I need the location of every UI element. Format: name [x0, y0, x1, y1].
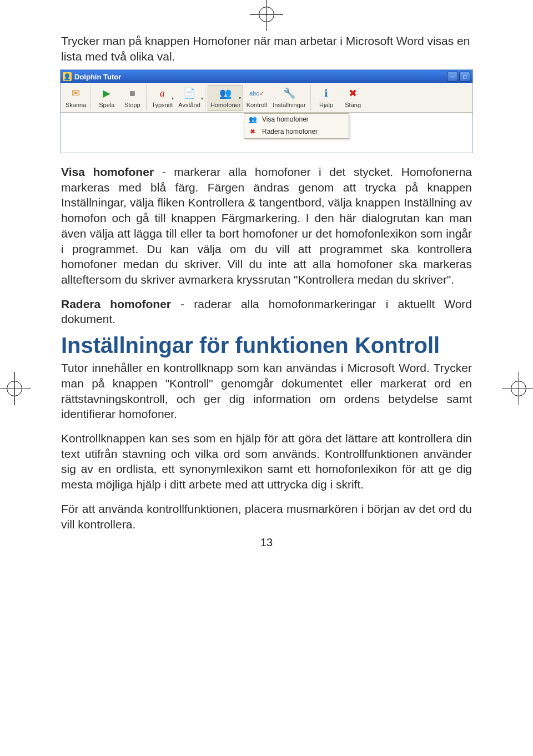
toolbar-kontroll[interactable]: abc✓ Kontroll	[243, 85, 270, 111]
dolphin-tutor-window: 👤 Dolphin Tutor ─ □ ✉ Skanna ▶ Spela ■ S…	[60, 69, 473, 153]
play-icon: ▶	[99, 87, 114, 100]
bold-radera-homofoner: Radera homofoner	[61, 298, 171, 310]
maximize-button[interactable]: □	[459, 72, 470, 82]
toolbar-installningar[interactable]: 🔧 Inställningar	[270, 85, 310, 111]
window-titlebar: 👤 Dolphin Tutor ─ □	[61, 70, 472, 83]
help-icon: ℹ	[319, 87, 334, 100]
toolbar-typsnitt[interactable]: a ▾ Typsnitt	[149, 85, 175, 111]
toolbar-hjalp[interactable]: ℹ Hjälp	[313, 85, 340, 111]
dropdown-arrow-icon: ▾	[172, 96, 174, 102]
toolbar-label: Inställningar	[273, 101, 305, 109]
kontrollknappen-paragraph: Kontrollknappen kan ses som en hjälp för…	[61, 431, 472, 492]
toolbar-label: Skanna	[66, 101, 86, 109]
window-title: Dolphin Tutor	[74, 72, 447, 82]
crop-mark-left	[0, 366, 37, 411]
crop-mark-top	[244, 0, 289, 37]
toolbar: ✉ Skanna ▶ Spela ■ Stopp a ▾ Typsnitt 📄 …	[61, 83, 472, 113]
toolbar-skanna[interactable]: ✉ Skanna	[63, 85, 91, 111]
toolbar-label: Avstånd	[178, 101, 200, 109]
font-icon: a	[154, 87, 170, 100]
toolbar-avstand[interactable]: 📄 ▾ Avstånd	[175, 85, 205, 111]
anvand-paragraph: För att använda kontrollfunktionen, plac…	[61, 501, 472, 532]
dropdown-label: Visa homofoner	[262, 115, 309, 124]
radera-homofoner-paragraph: Radera homofoner - raderar alla homofonm…	[61, 296, 472, 327]
dropdown-radera-homofoner[interactable]: ✖ Radera homofoner	[244, 126, 349, 138]
toolbar-stopp[interactable]: ■ Stopp	[120, 85, 147, 111]
page-number: 13	[61, 535, 472, 550]
page-content: Trycker man på knappen Homofoner när man…	[0, 0, 533, 572]
check-icon: abc✓	[249, 87, 264, 100]
scan-icon: ✉	[68, 87, 84, 100]
toolbar-label: Spela	[99, 101, 114, 109]
toolbar-spela[interactable]: ▶ Spela	[93, 85, 120, 111]
section-heading: Inställningar för funktionen Kontroll	[61, 332, 472, 358]
toolbar-label: Homofoner	[210, 101, 240, 109]
tutor-paragraph: Tutor innehåller en kontrollknapp som ka…	[61, 360, 472, 422]
settings-icon: 🔧	[281, 87, 297, 100]
minimize-button[interactable]: ─	[447, 72, 458, 82]
stop-icon: ■	[124, 87, 140, 100]
toolbar-homofoner[interactable]: 👥 ▾ Homofoner	[208, 85, 243, 111]
dropdown-label: Radera homofoner	[262, 128, 318, 137]
crop-mark-right	[496, 366, 533, 411]
toolbar-label: Typsnitt	[152, 101, 173, 109]
dropdown-arrow-icon: ▾	[201, 96, 203, 102]
toolbar-label: Stäng	[345, 101, 361, 109]
app-icon: 👤	[63, 72, 72, 81]
spacing-icon: 📄	[182, 87, 197, 100]
visa-text: - markerar alla homofoner i det stycket.…	[61, 165, 472, 286]
close-icon: ✖	[345, 87, 361, 100]
visa-homofoner-paragraph: Visa homofoner - markerar alla homofoner…	[61, 164, 472, 288]
homophones-icon: 👥	[218, 87, 233, 100]
toolbar-stang[interactable]: ✖ Stäng	[340, 85, 366, 111]
window-buttons: ─ □	[447, 72, 470, 82]
toolbar-label: Kontroll	[247, 101, 267, 109]
document-area: 👥 Visa homofoner ✖ Radera homofoner	[61, 113, 472, 153]
homofoner-dropdown: 👥 Visa homofoner ✖ Radera homofoner	[244, 113, 349, 139]
delete-icon: ✖	[248, 128, 258, 137]
show-icon: 👥	[248, 115, 258, 124]
dropdown-arrow-icon: ▾	[239, 95, 241, 102]
toolbar-label: Hjälp	[319, 101, 333, 109]
dropdown-visa-homofoner[interactable]: 👥 Visa homofoner	[244, 114, 349, 126]
intro-paragraph: Trycker man på knappen Homofoner när man…	[61, 33, 472, 64]
bold-visa-homofoner: Visa homofoner	[61, 165, 154, 178]
toolbar-label: Stopp	[124, 101, 140, 109]
